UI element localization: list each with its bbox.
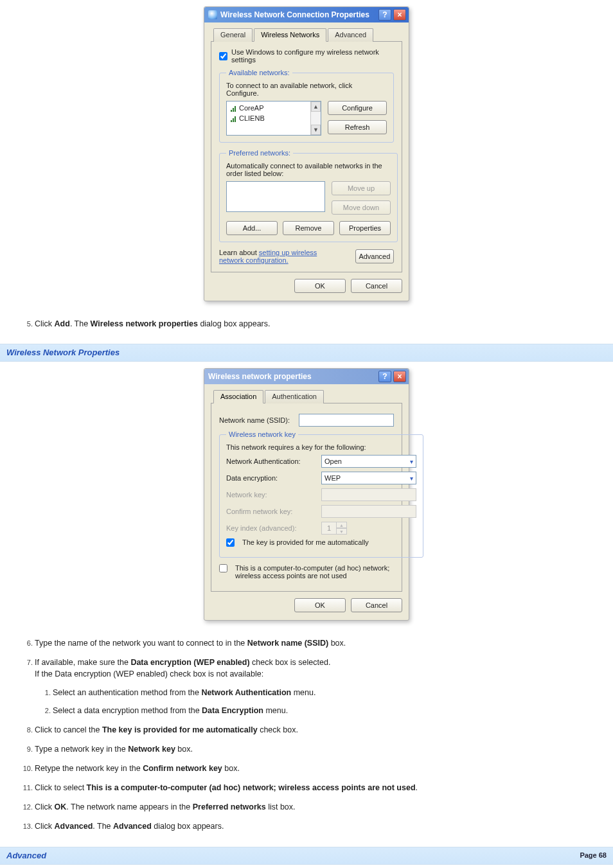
auto-key-label: The key is provided for me automatically bbox=[242, 538, 369, 546]
help-button[interactable]: ? bbox=[378, 371, 391, 382]
data-encryption-select[interactable]: WEP ▾ bbox=[321, 472, 416, 484]
bold: Data encryption (WEP enabled) bbox=[130, 658, 249, 667]
step-6: Type the name of the network you want to… bbox=[35, 637, 603, 649]
key-hint: This network requires a key for the foll… bbox=[226, 443, 416, 451]
text: menu. bbox=[263, 706, 288, 715]
text: Retype the network key in the bbox=[35, 764, 143, 773]
dlg2-titlebar: Wireless network properties ? × bbox=[204, 369, 409, 384]
bold: Network Authentication bbox=[201, 688, 291, 697]
tab-association[interactable]: Association bbox=[213, 390, 263, 403]
refresh-button[interactable]: Refresh bbox=[328, 120, 387, 134]
bold: Network name (SSID) bbox=[247, 639, 328, 648]
use-windows-checkbox[interactable] bbox=[219, 52, 227, 60]
step-down-icon: ▼ bbox=[337, 528, 347, 535]
tab-authentication[interactable]: Authentication bbox=[265, 390, 324, 403]
step-up-icon: ▲ bbox=[337, 522, 347, 528]
bold: Network key bbox=[128, 745, 175, 754]
scrollbar[interactable]: ▲ ▼ bbox=[310, 102, 321, 135]
step-13: Click Advanced. The Advanced dialog box … bbox=[35, 820, 603, 832]
advanced-button[interactable]: Advanced bbox=[355, 249, 394, 263]
bold: Wireless network properties bbox=[91, 319, 198, 328]
help-button[interactable]: ? bbox=[378, 9, 391, 21]
bold: Preferred networks bbox=[193, 802, 266, 811]
text: . The network name appears in the bbox=[66, 802, 192, 811]
network-key-input bbox=[321, 488, 416, 501]
text: box. bbox=[328, 639, 346, 648]
dlg1-tabs: General Wireless Networks Advanced bbox=[211, 28, 402, 42]
configure-button[interactable]: Configure bbox=[328, 101, 387, 115]
adhoc-checkbox[interactable] bbox=[219, 564, 227, 572]
page-number: Page 68 bbox=[580, 851, 607, 859]
section-title: Advanced bbox=[6, 851, 46, 860]
cancel-button[interactable]: Cancel bbox=[351, 279, 402, 293]
signal-icon bbox=[229, 115, 236, 122]
properties-button[interactable]: Properties bbox=[339, 221, 391, 235]
close-button[interactable]: × bbox=[393, 371, 406, 382]
step-7-1: Select an authentication method from the… bbox=[53, 687, 603, 698]
network-key-label: Network key: bbox=[226, 491, 316, 499]
ok-button[interactable]: OK bbox=[294, 279, 346, 293]
bold: Data Encryption bbox=[202, 706, 263, 715]
text: dialog box appears. bbox=[152, 822, 224, 831]
list-item[interactable]: CLIENB bbox=[229, 113, 308, 123]
available-networks-legend: Available networks: bbox=[226, 69, 292, 76]
move-up-button: Move up bbox=[332, 181, 391, 195]
step-8: Click to cancel the The key is provided … bbox=[35, 724, 603, 736]
text: Click bbox=[35, 802, 55, 811]
text: Click to select bbox=[35, 783, 87, 792]
text: box. bbox=[175, 745, 193, 754]
step-12: Click OK. The network name appears in th… bbox=[35, 801, 603, 813]
text: Click bbox=[35, 319, 55, 328]
figure-network-properties: Wireless network properties ? × Associat… bbox=[10, 368, 603, 621]
scroll-up-icon[interactable]: ▲ bbox=[311, 102, 321, 112]
bold: Confirm network key bbox=[143, 764, 222, 773]
preferred-networks-list[interactable] bbox=[226, 181, 325, 212]
text: Type the name of the network you want to… bbox=[35, 639, 247, 648]
close-button[interactable]: × bbox=[393, 9, 406, 21]
signal-icon bbox=[229, 105, 236, 112]
move-down-button: Move down bbox=[332, 200, 391, 215]
ssid-input[interactable] bbox=[299, 414, 394, 427]
select-value: Open bbox=[324, 457, 342, 465]
figure-connection-properties: Wireless Network Connection Properties ?… bbox=[10, 6, 603, 301]
key-index-value bbox=[321, 522, 337, 535]
cancel-button[interactable]: Cancel bbox=[351, 598, 402, 612]
ok-button[interactable]: OK bbox=[294, 598, 346, 612]
auto-key-checkbox[interactable] bbox=[226, 538, 235, 547]
dlg2-title: Wireless network properties bbox=[208, 372, 377, 381]
key-index-label: Key index (advanced): bbox=[226, 524, 316, 532]
network-authentication-select[interactable]: Open ▾ bbox=[321, 455, 416, 468]
learn-about-row: Learn about setting up wireless network … bbox=[219, 249, 394, 264]
available-networks-list[interactable]: CoreAP CLIENB ▲ bbox=[226, 101, 321, 136]
preferred-networks-group: Preferred networks: Automatically connec… bbox=[219, 149, 398, 242]
dlg2-tabs: Association Authentication bbox=[211, 389, 402, 403]
network-authentication-label: Network Authentication: bbox=[226, 457, 316, 465]
tab-general[interactable]: General bbox=[213, 28, 253, 42]
chevron-down-icon: ▾ bbox=[410, 458, 413, 465]
select-value: WEP bbox=[324, 474, 341, 482]
list-item[interactable]: CoreAP bbox=[229, 103, 308, 113]
step-5: Click Add. The Wireless network properti… bbox=[35, 318, 603, 330]
wireless-network-key-legend: Wireless network key bbox=[226, 430, 298, 438]
chevron-down-icon: ▾ bbox=[410, 475, 413, 482]
text: check box is selected. bbox=[250, 658, 331, 667]
text: check box. bbox=[258, 725, 298, 734]
scroll-down-icon[interactable]: ▼ bbox=[311, 125, 321, 135]
text: Click bbox=[35, 822, 55, 831]
data-encryption-label: Data encryption: bbox=[226, 474, 316, 482]
available-networks-hint: To connect to an available network, clic… bbox=[226, 82, 387, 97]
section-heading-wireless-network-properties: Wireless Network Properties bbox=[0, 344, 613, 362]
text: list box. bbox=[266, 802, 296, 811]
section-heading-advanced: Advanced Page 68 bbox=[0, 847, 613, 865]
text: If the Data encryption (WEP enabled) che… bbox=[35, 669, 263, 678]
text: Select a data encryption method from the bbox=[53, 706, 202, 715]
key-index-stepper: ▲▼ bbox=[321, 522, 347, 535]
bold: OK bbox=[55, 802, 67, 811]
remove-button[interactable]: Remove bbox=[283, 221, 334, 235]
dlg1-title: Wireless Network Connection Properties bbox=[220, 10, 377, 19]
tab-advanced[interactable]: Advanced bbox=[328, 28, 373, 42]
step-11: Click to select This is a computer-to-co… bbox=[35, 782, 603, 793]
tab-wireless-networks[interactable]: Wireless Networks bbox=[254, 28, 326, 42]
add-button[interactable]: Add... bbox=[226, 221, 278, 235]
bold: Add bbox=[55, 319, 70, 328]
